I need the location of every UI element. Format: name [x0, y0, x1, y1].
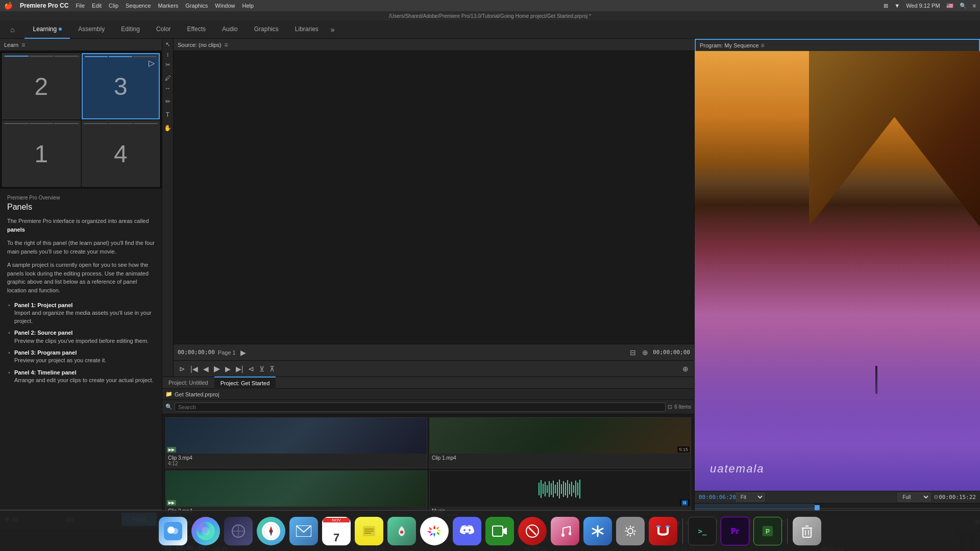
- svg-rect-11: [561, 484, 562, 494]
- dock-music[interactable]: [551, 517, 579, 545]
- search-options-icon[interactable]: ⊡: [668, 404, 672, 410]
- dock-separator-2: [787, 518, 788, 544]
- project-panel: Project: Untitled Project: Get Started 📁…: [162, 377, 694, 530]
- tutorial-cell-4[interactable]: 4: [82, 120, 160, 187]
- tab-audio[interactable]: Audio: [214, 20, 246, 39]
- play-stop[interactable]: ▶: [212, 364, 222, 373]
- menu-file[interactable]: File: [76, 3, 85, 9]
- menu-help[interactable]: Help: [242, 3, 254, 9]
- tool-arrow[interactable]: ↕: [166, 51, 169, 58]
- tutorial-cell-3[interactable]: 3 ▷: [82, 53, 160, 119]
- svg-rect-0: [538, 483, 540, 495]
- menu-markers[interactable]: Markers: [158, 3, 179, 9]
- mark-out[interactable]: ⊲: [247, 365, 256, 373]
- options-icon[interactable]: ≡: [973, 3, 976, 9]
- program-title: Program: My Sequence: [700, 42, 759, 48]
- tab-editing[interactable]: Editing: [113, 20, 148, 39]
- svg-rect-5: [549, 481, 550, 497]
- dock-mail[interactable]: [289, 517, 318, 545]
- svg-rect-6: [551, 483, 552, 495]
- svg-point-46: [569, 532, 571, 535]
- apple-menu[interactable]: 🍎: [4, 2, 13, 10]
- tool-type[interactable]: T: [166, 111, 169, 118]
- tab-learning[interactable]: Learning: [24, 20, 70, 39]
- mark-in[interactable]: ⊳: [178, 365, 187, 373]
- tool-pen[interactable]: 🖊: [165, 74, 171, 82]
- program-menu-icon[interactable]: ≡: [761, 42, 765, 49]
- prev-edit[interactable]: |◀: [189, 365, 200, 373]
- learn-menu-icon[interactable]: ≡: [21, 41, 25, 48]
- menu-graphics[interactable]: Graphics: [185, 3, 208, 9]
- tab-libraries[interactable]: Libraries: [287, 20, 327, 39]
- dock-plugin-scan[interactable]: P: [753, 517, 782, 545]
- dock-appstore[interactable]: [583, 517, 612, 545]
- tool-select[interactable]: ↖: [165, 41, 170, 48]
- dock-settings[interactable]: [616, 517, 645, 545]
- dock-facetime[interactable]: [485, 517, 514, 545]
- svg-point-23: [172, 528, 178, 534]
- tool-razor[interactable]: ✂: [165, 61, 170, 68]
- dock-launchpad[interactable]: [224, 517, 253, 545]
- menubar-right: ⊞ ▼ Wed 9:12 PM 🇺🇸 🔍 ≡: [884, 3, 976, 9]
- quality-dropdown[interactable]: Full Half Quarter: [898, 493, 930, 502]
- tab-color[interactable]: Color: [148, 20, 179, 39]
- step-fwd[interactable]: ▶: [224, 365, 232, 373]
- project-tabs: Project: Untitled Project: Get Started: [162, 377, 694, 389]
- settings-icon-prog[interactable]: ⚙: [934, 494, 939, 500]
- source-add[interactable]: ⊕: [641, 348, 650, 357]
- dock-notes[interactable]: [355, 517, 383, 545]
- overwrite[interactable]: ⊼: [268, 365, 276, 373]
- dock-safari[interactable]: [257, 517, 285, 545]
- tool-draw[interactable]: ✏: [165, 98, 170, 105]
- source-settings[interactable]: ⊟: [628, 348, 638, 357]
- pathbar: /Users/Shared/Adobe/Premiere Pro/13.0/Tu…: [0, 11, 980, 20]
- dock: NOV 7 >_ Pr P: [0, 510, 980, 551]
- source-menu-icon[interactable]: ≡: [225, 41, 228, 48]
- home-icon[interactable]: ⌂: [10, 26, 14, 34]
- menu-window[interactable]: Window: [215, 3, 235, 9]
- proj-tab-untitled[interactable]: Project: Untitled: [162, 377, 214, 389]
- svg-text:P: P: [766, 528, 770, 535]
- tool-hand[interactable]: ✋: [164, 124, 172, 132]
- tutorial-cell-2[interactable]: 2: [2, 53, 81, 119]
- tutorial-cell-1[interactable]: 1: [2, 120, 81, 187]
- project-search-input[interactable]: [175, 403, 666, 412]
- dock-magnet[interactable]: [649, 517, 677, 545]
- tool-extend[interactable]: ↔: [165, 85, 171, 92]
- tab-effects[interactable]: Effects: [179, 20, 214, 39]
- page-forward[interactable]: ▶: [239, 348, 248, 357]
- dock-siri[interactable]: [191, 517, 220, 545]
- dock-trash[interactable]: [793, 517, 821, 545]
- proj-tab-getstarted[interactable]: Project: Get Started: [214, 377, 276, 389]
- step-back[interactable]: ◀: [202, 365, 210, 373]
- learn-title: Learn: [4, 42, 18, 48]
- dock-finder[interactable]: [159, 517, 187, 545]
- svg-rect-20: [579, 480, 580, 498]
- learn-content: Premiere Pro Overview Panels The Premier…: [0, 189, 162, 508]
- dock-calendar[interactable]: NOV 7: [322, 517, 351, 545]
- middle-column: ↖ ↕ ✂ 🖊 ↔ ✏ T ✋ Source: (no clips) ≡: [162, 39, 694, 530]
- menu-clip[interactable]: Clip: [109, 3, 118, 9]
- dock-maps[interactable]: [387, 517, 416, 545]
- menu-edit[interactable]: Edit: [92, 3, 102, 9]
- next-edit[interactable]: ▶|: [234, 365, 245, 373]
- insert[interactable]: ⊻: [258, 365, 266, 373]
- media-item-music[interactable]: ⊟ Music 1:05:10909: [429, 470, 691, 516]
- dock-premiere-pro[interactable]: Pr: [721, 517, 749, 545]
- search-icon[interactable]: 🔍: [960, 3, 967, 9]
- program-timecode-out: 00:00:15:22: [939, 494, 976, 500]
- media-item-clip1[interactable]: 5:15 Clip 1.mp4: [429, 417, 691, 468]
- media-item-clip3[interactable]: ▶▶ Clip 3.mp4 4:12: [165, 417, 427, 468]
- more-workspaces[interactable]: »: [331, 26, 335, 34]
- tab-graphics[interactable]: Graphics: [246, 20, 287, 39]
- search-icon: 🔍: [165, 404, 173, 410]
- dock-discord[interactable]: [453, 517, 481, 545]
- menu-sequence[interactable]: Sequence: [126, 3, 151, 9]
- fit-dropdown[interactable]: Fit 25% 50% 100%: [736, 493, 765, 502]
- dock-terminal[interactable]: >_: [688, 517, 717, 545]
- add-to-seq[interactable]: ⊕: [681, 365, 690, 373]
- tab-assembly[interactable]: Assembly: [70, 20, 113, 39]
- dock-facetime-red[interactable]: [518, 517, 547, 545]
- media-item-clip2[interactable]: ▶▶ Clip 2.mp4 12:14: [165, 470, 427, 516]
- dock-photos[interactable]: [420, 517, 449, 545]
